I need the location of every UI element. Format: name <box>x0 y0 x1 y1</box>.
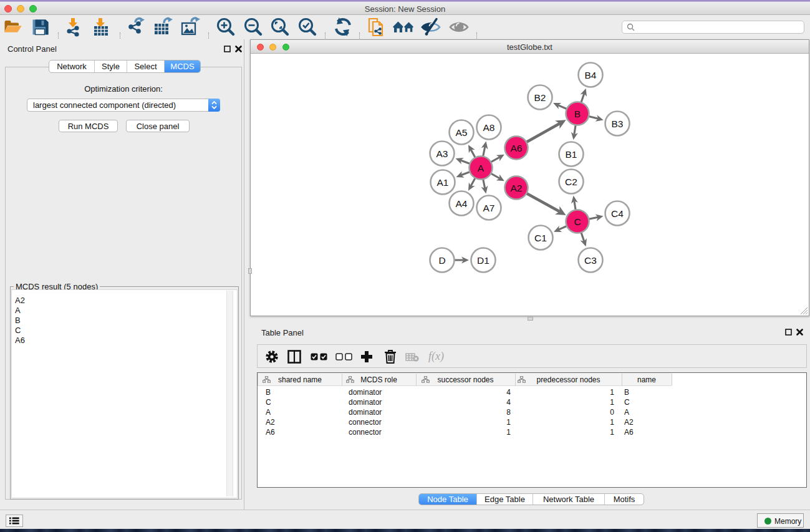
svg-text:C3: C3 <box>584 255 597 266</box>
svg-text:A2: A2 <box>511 183 523 193</box>
svg-text:A6: A6 <box>511 143 523 153</box>
svg-text:A5: A5 <box>456 127 468 138</box>
svg-text:D: D <box>438 255 445 266</box>
svg-text:A4: A4 <box>456 198 468 209</box>
svg-text:B: B <box>574 109 581 119</box>
svg-text:A1: A1 <box>437 177 449 188</box>
svg-text:A: A <box>478 163 485 173</box>
svg-text:B4: B4 <box>585 70 597 80</box>
svg-text:A7: A7 <box>483 203 495 213</box>
svg-text:B3: B3 <box>612 118 624 129</box>
svg-text:D1: D1 <box>477 255 489 266</box>
svg-text:B2: B2 <box>534 92 546 103</box>
svg-text:C2: C2 <box>565 177 577 187</box>
svg-text:C1: C1 <box>534 233 547 243</box>
svg-text:A3: A3 <box>436 148 448 159</box>
svg-text:C: C <box>574 216 581 227</box>
svg-text:B1: B1 <box>566 149 577 160</box>
svg-text:A8: A8 <box>483 122 495 133</box>
svg-text:C4: C4 <box>611 208 624 219</box>
